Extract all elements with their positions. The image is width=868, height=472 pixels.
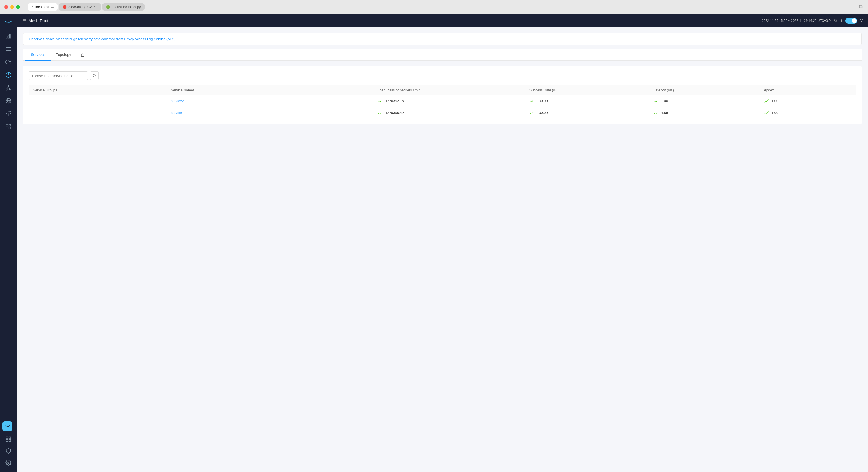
tab-icon-copy[interactable]: [76, 50, 87, 59]
table-row: service2 1270392.16: [29, 95, 856, 107]
cell-load-1: 1270395.42: [373, 107, 525, 119]
pie-chart-icon: [5, 72, 11, 78]
sidebar-item-link[interactable]: [2, 108, 14, 120]
svg-rect-20: [9, 440, 10, 441]
apdex-value-1: 1.00: [771, 111, 778, 115]
svg-point-21: [7, 462, 9, 464]
table-section: Service Groups Service Names Load (calls…: [23, 66, 862, 124]
trend-up-icon-load-0: [378, 99, 383, 103]
list-icon: [5, 46, 11, 52]
breadcrumb-menu-icon: [22, 19, 26, 23]
banner: Observe Service Mesh through telemetry d…: [23, 33, 862, 45]
tab-menu-icon[interactable]: •••: [51, 5, 54, 9]
sidebar-item-shield[interactable]: [2, 445, 14, 457]
cell-apdex-1: 1.00: [760, 107, 856, 119]
breadcrumb: Mesh-Root: [22, 18, 48, 23]
col-header-apdex: Apdex: [760, 86, 856, 95]
menu-icon: [5, 124, 11, 130]
apdex-value-0: 1.00: [771, 99, 778, 103]
sidebar-item-dashboard[interactable]: [2, 30, 14, 42]
cell-apdex-0: 1.00: [760, 95, 856, 107]
browser-copy-icon[interactable]: ⧉: [858, 3, 864, 10]
svg-rect-18: [9, 437, 10, 439]
svg-rect-25: [82, 54, 84, 57]
success-value-0: 100.00: [537, 99, 548, 103]
shield-icon: [5, 448, 11, 454]
col-header-success: Success Rate (%): [525, 86, 649, 95]
logo-text: Sw²: [5, 20, 12, 24]
browser-tab-bar: ✕ localhost ••• 🔴 SkyWalking OAP... 🟢 Lo…: [28, 3, 855, 10]
search-button[interactable]: [90, 71, 99, 80]
content-inner: Observe Service Mesh through telemetry d…: [17, 28, 868, 130]
table-body: service2 1270392.16: [29, 95, 856, 119]
close-button[interactable]: [4, 5, 8, 9]
trend-up-icon-latency-1: [654, 111, 659, 115]
cell-success-0: 100.00: [525, 95, 649, 107]
browser-tab-locust[interactable]: 🟢 Locust for tasks.py: [102, 3, 145, 10]
sw-badge[interactable]: Sw²: [2, 422, 12, 431]
sidebar-item-cloud[interactable]: [2, 56, 14, 68]
svg-rect-17: [6, 437, 8, 439]
minimize-button[interactable]: [10, 5, 14, 9]
trend-up-icon-apdex-0: [764, 99, 769, 103]
svg-rect-13: [6, 125, 8, 126]
load-value-0: 1270392.16: [385, 99, 404, 103]
svg-rect-16: [9, 127, 10, 129]
time-range-display: 2022-11-29 15:59 ~ 2022-11-29 16:29 UTC+…: [762, 19, 831, 23]
sidebar-item-nodes[interactable]: [2, 82, 14, 94]
toggle-switch[interactable]: [845, 18, 857, 24]
sidebar-item-globe[interactable]: [2, 95, 14, 107]
sidebar-item-settings[interactable]: [2, 457, 14, 469]
table-row: service1 1270395.42: [29, 107, 856, 119]
service-name-search-input[interactable]: [29, 71, 88, 80]
globe-icon: [5, 98, 11, 104]
svg-rect-0: [6, 36, 7, 38]
latency-value-0: 1.00: [661, 99, 668, 103]
tab-close-icon[interactable]: ✕: [31, 5, 34, 9]
toggle-label: V: [861, 19, 863, 23]
nodes-icon: [5, 85, 11, 91]
breadcrumb-title: Mesh-Root: [29, 18, 48, 23]
browser-tab-skywalking[interactable]: 🔴 SkyWalking OAP...: [59, 3, 101, 10]
tab-services-label: Services: [31, 53, 45, 57]
tab-label: localhost: [35, 5, 49, 9]
maximize-button[interactable]: [16, 5, 20, 9]
sidebar-item-pie[interactable]: [2, 69, 14, 81]
search-icon: [93, 74, 96, 77]
tabs-bar: Services Topology: [23, 49, 862, 61]
svg-rect-14: [9, 125, 10, 126]
sidebar-logo[interactable]: Sw²: [3, 17, 13, 27]
tab-services[interactable]: Services: [25, 49, 51, 61]
svg-line-10: [8, 87, 10, 89]
copy-icon: [80, 53, 84, 57]
cell-success-1: 100.00: [525, 107, 649, 119]
cell-group-1: [29, 107, 166, 119]
col-header-groups: Service Groups: [29, 86, 166, 95]
latency-value-1: 4.58: [661, 111, 668, 115]
search-bar: [29, 71, 856, 80]
banner-text: Observe Service Mesh through telemetry d…: [29, 37, 177, 41]
sidebar-bottom: Sw²: [2, 422, 14, 469]
sidebar-item-list[interactable]: [2, 43, 14, 55]
tab-topology[interactable]: Topology: [51, 49, 76, 61]
trend-up-icon-load-1: [378, 111, 383, 115]
service-link-service2[interactable]: service2: [171, 99, 184, 103]
sidebar-item-menu[interactable]: [2, 121, 14, 133]
refresh-icon[interactable]: ↻: [834, 18, 837, 23]
main-content: Mesh-Root 2022-11-29 15:59 ~ 2022-11-29 …: [17, 14, 868, 472]
chart-bar-icon: [5, 33, 11, 39]
browser-tab-localhost[interactable]: ✕ localhost •••: [28, 3, 58, 10]
success-value-1: 100.00: [537, 111, 548, 115]
browser-actions: ⧉: [858, 3, 864, 10]
cell-latency-0: 1.00: [649, 95, 760, 107]
sidebar: Sw²: [0, 14, 17, 472]
service-link-service1[interactable]: service1: [171, 111, 184, 115]
tab-topology-label: Topology: [56, 53, 71, 57]
col-header-names: Service Names: [166, 86, 373, 95]
info-icon[interactable]: ℹ: [840, 18, 842, 23]
app: Sw²: [0, 14, 868, 472]
svg-line-9: [7, 87, 8, 89]
cell-group-0: [29, 95, 166, 107]
sidebar-item-grid[interactable]: [2, 433, 14, 445]
toggle-knob: [852, 18, 857, 23]
